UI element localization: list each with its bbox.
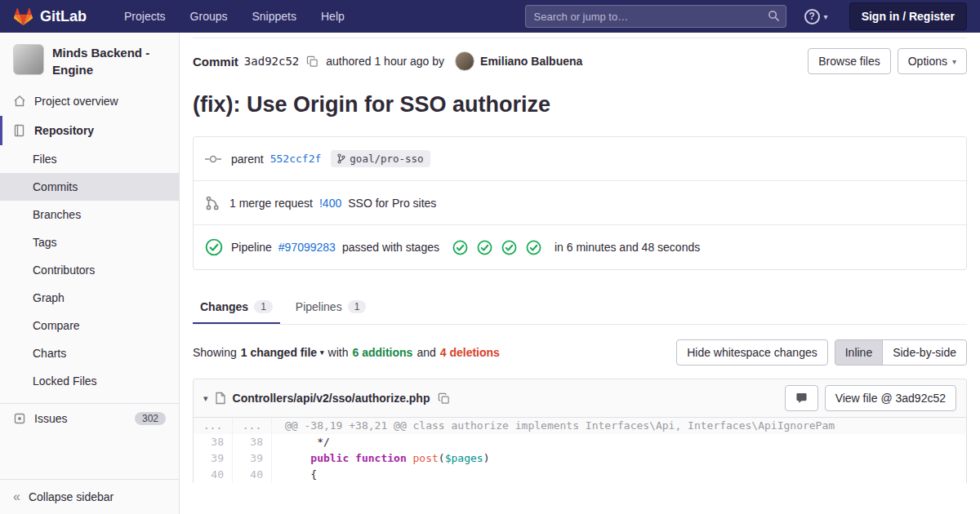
sidebar-item-issues[interactable]: Issues 302 [0, 403, 179, 433]
commit-label: Commit [193, 55, 238, 69]
commit-info-box: parent 552ccf2f goal/pro-sso 1 merge [193, 136, 967, 270]
parent-sha-link[interactable]: 552ccf2f [270, 153, 322, 165]
stage-passed-icon[interactable] [477, 240, 492, 255]
sidebar-item-graph[interactable]: Graph [0, 284, 179, 312]
collapse-diff-caret-icon[interactable]: ▾ [203, 393, 208, 404]
gitlab-logo[interactable]: GitLab [13, 7, 87, 26]
side-by-side-view-button[interactable]: Side-by-side [882, 339, 967, 366]
keyword-token: public function [310, 452, 406, 464]
copy-icon [438, 392, 450, 405]
nav-projects[interactable]: Projects [124, 10, 166, 23]
stage-passed-icon[interactable] [526, 240, 541, 255]
view-file-button[interactable]: View file @ 3ad92c52 [825, 385, 956, 411]
collapse-label: Collapse sidebar [29, 490, 114, 503]
brand-name: GitLab [40, 8, 87, 25]
branch-ref[interactable]: goal/pro-sso [331, 150, 430, 167]
project-name: Minds Backend - Engine [52, 44, 166, 78]
old-line-number[interactable]: 40 [194, 467, 233, 483]
showing-text: Showing [193, 346, 237, 359]
diff-line-row: 38 38 */ [194, 434, 966, 450]
file-path[interactable]: Controllers/api/v2/sso/authorize.php [233, 392, 430, 405]
help-dropdown[interactable]: ? ▾ [804, 9, 828, 24]
chevron-down-icon: ▾ [824, 12, 828, 21]
author-avatar[interactable] [455, 51, 474, 71]
commit-actions: Browse files Options ▾ [808, 48, 967, 74]
sidebar-item-label: Issues [34, 412, 67, 425]
project-header[interactable]: Minds Backend - Engine [0, 33, 179, 86]
stage-passed-icon[interactable] [452, 240, 468, 255]
commit-sha: 3ad92c52 [244, 55, 299, 68]
tab-changes[interactable]: Changes 1 [193, 290, 280, 324]
commit-icon [205, 153, 221, 165]
sidebar-item-charts[interactable]: Charts [0, 339, 179, 367]
collapse-icon: « [13, 490, 20, 503]
nav-snippets[interactable]: Snippets [252, 10, 296, 23]
parent-label: parent [231, 153, 264, 166]
sidebar-item-compare[interactable]: Compare [0, 312, 179, 339]
top-navbar: GitLab Projects Groups Snippets Help ? ▾… [0, 0, 980, 33]
project-sidebar: Minds Backend - Engine Project overview … [0, 33, 180, 514]
copy-file-path-button[interactable] [436, 391, 452, 406]
chevron-down-icon: ▾ [952, 57, 956, 66]
file-diff-actions: View file @ 3ad92c52 [785, 385, 956, 411]
old-line-number[interactable]: 38 [194, 434, 233, 450]
chevron-down-icon: ▾ [320, 348, 324, 357]
project-avatar [13, 44, 44, 75]
pipelines-count-badge: 1 [348, 300, 367, 313]
sidebar-item-branches[interactable]: Branches [0, 201, 179, 228]
repository-icon [13, 124, 26, 137]
new-line-number[interactable]: 40 [233, 467, 272, 483]
commit-title: (fix): Use Origin for SSO authorize [193, 91, 967, 118]
new-line-number[interactable]: 38 [233, 434, 272, 450]
old-line-number[interactable]: 39 [194, 450, 233, 467]
tab-pipelines[interactable]: Pipelines 1 [288, 290, 374, 324]
additions-count: 6 additions [353, 346, 413, 359]
browse-files-button[interactable]: Browse files [808, 48, 890, 74]
stage-passed-icon[interactable] [501, 240, 517, 255]
sidebar-item-label: Project overview [34, 95, 118, 108]
pipeline-status-icon [205, 238, 223, 256]
mr-ref-link[interactable]: !400 [319, 197, 341, 210]
sidebar-item-locked-files[interactable]: Locked Files [0, 367, 179, 395]
mr-count-text: 1 merge request [229, 197, 313, 210]
sidebar-item-contributors[interactable]: Contributors [0, 256, 179, 284]
pipeline-id-link[interactable]: #97099283 [278, 241, 336, 254]
mr-title-text: SSO for Pro sites [348, 197, 436, 210]
nav-help[interactable]: Help [321, 10, 345, 23]
sidebar-item-tags[interactable]: Tags [0, 228, 179, 256]
sidebar-item-project-overview[interactable]: Project overview [0, 86, 179, 116]
diff-line-row: 40 40 { [194, 467, 966, 483]
authored-text: authored 1 hour ago by [326, 55, 444, 68]
new-line-number: ... [233, 418, 272, 434]
copy-icon [306, 55, 318, 68]
pipeline-label: Pipeline [231, 241, 272, 254]
hide-whitespace-button[interactable]: Hide whitespace changes [676, 339, 828, 366]
author-name-link[interactable]: Emiliano Balbuena [480, 55, 582, 68]
merge-request-icon [205, 196, 220, 210]
inline-view-button[interactable]: Inline [835, 339, 883, 366]
toggle-comments-button[interactable] [785, 385, 818, 411]
home-icon [13, 95, 26, 108]
sidebar-item-commits[interactable]: Commits [0, 173, 179, 201]
sign-in-button[interactable]: Sign in / Register [849, 2, 967, 30]
pipeline-row: Pipeline #97099283 passed with stages in… [194, 225, 966, 269]
sidebar-item-files[interactable]: Files [0, 145, 179, 173]
commit-header-row: Commit 3ad92c52 authored 1 hour ago by E… [193, 48, 967, 74]
changed-files-dropdown[interactable]: 1 changed file ▾ [241, 346, 324, 359]
old-line-number: ... [194, 418, 233, 434]
diff-stats: Showing 1 changed file ▾ with 6 addition… [193, 346, 500, 359]
sidebar-item-label: Repository [34, 124, 94, 137]
help-icon: ? [804, 9, 820, 24]
new-line-number[interactable]: 39 [233, 450, 272, 467]
commit-tabs: Changes 1 Pipelines 1 [193, 290, 967, 325]
diff-hunk-row: ... ... @@ -38,19 +38,21 @@ class author… [194, 418, 966, 434]
copy-sha-button[interactable] [305, 54, 320, 69]
diff-content: ... ... @@ -38,19 +38,21 @@ class author… [194, 418, 966, 483]
search-input[interactable] [525, 5, 786, 28]
sidebar-item-repository[interactable]: Repository [0, 116, 179, 145]
pipeline-status-text: passed with stages [342, 241, 439, 254]
nav-groups[interactable]: Groups [190, 10, 228, 23]
global-search [525, 5, 786, 28]
options-dropdown-button[interactable]: Options ▾ [898, 48, 967, 74]
collapse-sidebar-button[interactable]: « Collapse sidebar [0, 479, 179, 514]
